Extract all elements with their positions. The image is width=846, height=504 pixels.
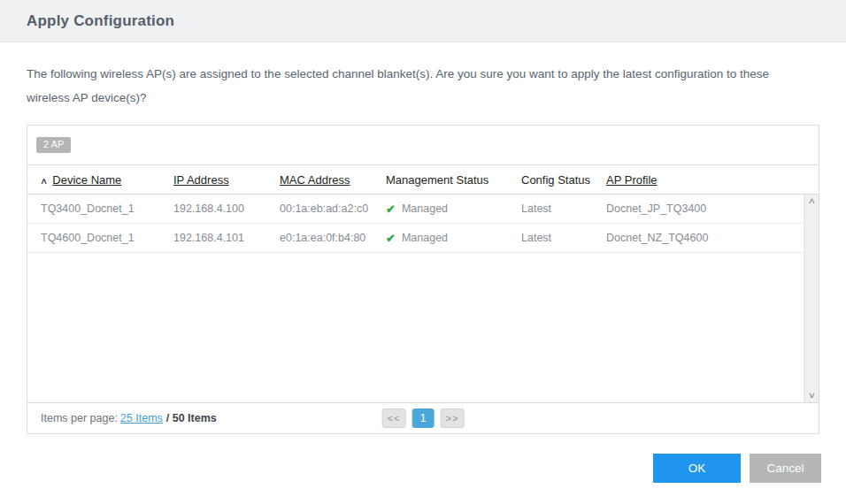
cell-config-status: Latest <box>521 202 606 215</box>
cell-ap-profile: Docnet_NZ_TQ4600 <box>606 232 819 244</box>
table-row[interactable]: TQ3400_Docnet_1 192.168.4.100 00:1a:eb:a… <box>27 195 819 224</box>
items-per-page-label: Items per page: <box>41 412 118 424</box>
cell-management-status: ✔ Managed <box>386 232 521 244</box>
column-header-config-status: Config Status <box>521 173 606 187</box>
ok-button[interactable]: OK <box>653 454 741 483</box>
cell-config-status: Latest <box>521 232 606 244</box>
items-per-page: Items per page:25 Items/ 50 Items <box>41 412 217 424</box>
management-status-text: Managed <box>402 202 448 215</box>
column-header-device-name[interactable]: ∧Device Name <box>41 173 173 187</box>
current-page-button[interactable]: 1 <box>412 409 435 428</box>
page-title: Apply Configuration <box>27 12 174 30</box>
column-header-ip-address[interactable]: IP Address <box>173 173 280 187</box>
management-status-text: Managed <box>402 232 448 244</box>
pagination-bar: Items per page:25 Items/ 50 Items << 1 >… <box>27 402 819 433</box>
items-per-page-link[interactable]: 25 Items <box>120 412 163 424</box>
column-header-management-status: Management Status <box>386 173 521 187</box>
cell-device-name: TQ4600_Docnet_1 <box>41 232 173 244</box>
dialog-header: Apply Configuration <box>0 0 846 42</box>
table-body: TQ3400_Docnet_1 192.168.4.100 00:1a:eb:a… <box>27 195 819 402</box>
vertical-scrollbar[interactable]: ∧ ∨ <box>804 195 819 402</box>
confirmation-message: The following wireless AP(s) are assigne… <box>27 62 805 110</box>
ap-table-panel: 2 AP ∧Device Name IP Address MAC Address… <box>27 125 819 434</box>
cell-ap-profile: Docnet_JP_TQ3400 <box>606 202 819 215</box>
next-page-button[interactable]: >> <box>441 409 465 428</box>
cell-ip-address: 192.168.4.101 <box>173 232 280 244</box>
dialog-footer: OK Cancel <box>0 454 821 483</box>
column-header-ap-profile[interactable]: AP Profile <box>606 173 819 187</box>
cancel-button[interactable]: Cancel <box>750 454 821 483</box>
pager: << 1 >> <box>382 409 465 428</box>
cell-mac-address: 00:1a:eb:ad:a2:c0 <box>280 202 386 215</box>
cell-management-status: ✔ Managed <box>386 202 521 215</box>
table-row[interactable]: TQ4600_Docnet_1 192.168.4.101 e0:1a:ea:0… <box>27 224 819 253</box>
ap-count-badge: 2 AP <box>36 137 71 153</box>
managed-check-icon: ✔ <box>386 203 396 215</box>
scroll-down-icon[interactable]: ∨ <box>807 392 815 400</box>
scroll-up-icon[interactable]: ∧ <box>807 197 815 205</box>
table-header-row: ∧Device Name IP Address MAC Address Mana… <box>27 165 819 195</box>
total-items-label: / 50 Items <box>166 412 217 424</box>
cell-mac-address: e0:1a:ea:0f:b4:80 <box>280 232 386 244</box>
prev-page-button[interactable]: << <box>382 409 406 428</box>
table-toolbar: 2 AP <box>27 126 819 165</box>
sort-asc-icon: ∧ <box>40 176 48 186</box>
column-header-mac-address[interactable]: MAC Address <box>280 173 386 187</box>
cell-device-name: TQ3400_Docnet_1 <box>41 202 173 215</box>
cell-ip-address: 192.168.4.100 <box>173 202 280 215</box>
managed-check-icon: ✔ <box>386 233 396 244</box>
